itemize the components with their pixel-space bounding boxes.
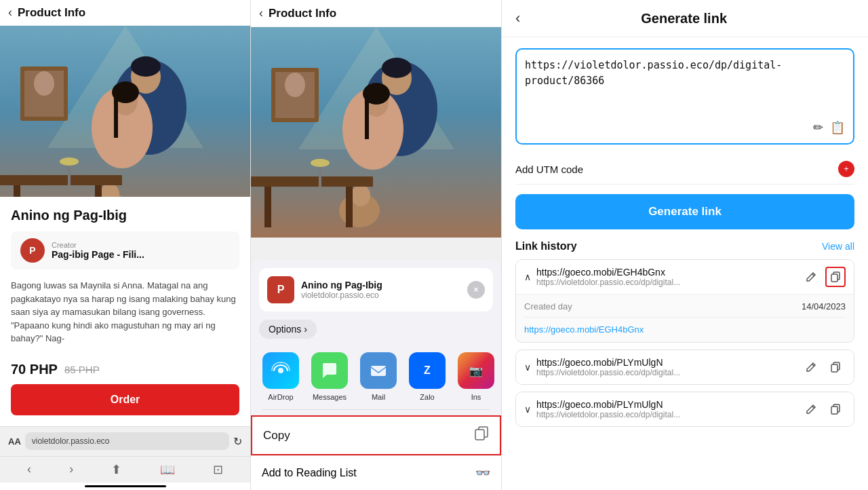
share-app-mail[interactable]: Mail — [359, 352, 397, 401]
history-link-main-3: https://goeco.mobi/PLYmUlgN — [536, 399, 795, 410]
nav-share-button[interactable]: ⬆ — [111, 462, 121, 477]
price-row: 70 PHP 85 PHP — [11, 355, 239, 384]
painting-svg: Anino ng — [0, 26, 250, 197]
history-copy-button-3[interactable] — [825, 399, 846, 419]
messages-label: Messages — [313, 393, 347, 401]
link-history-header: Link history View all — [515, 240, 854, 252]
url-input[interactable] — [525, 58, 845, 112]
mail-icon — [360, 352, 397, 389]
history-chevron-3[interactable]: ∨ — [524, 404, 531, 415]
history-link-sub-3: https://violetdolor.passio.eco/dp/digita… — [536, 410, 795, 419]
history-meta-row-1: Created day 14/04/2023 — [524, 301, 846, 312]
panel2-painting-svg — [251, 27, 502, 238]
history-item-2: ∨ https://goeco.mobi/PLYmUlgN https://vi… — [515, 350, 854, 385]
panel-generate-link: ‹ Generate link ✏ 📋 Add UTM code + Gener… — [502, 0, 868, 490]
browser-url-text: violetdolor.passio.eco — [32, 436, 110, 446]
history-item-3-header: ∨ https://goeco.mobi/PLYmUlgN https://vi… — [516, 392, 854, 426]
history-item-2-info: https://goeco.mobi/PLYmUlgN https://viol… — [536, 357, 795, 377]
panel2-header: ‹ Product Info — [251, 0, 501, 27]
share-app-zalo[interactable]: Z Zalo — [408, 352, 446, 401]
browser-navigation: ‹ › ⬆ 📖 ⊡ — [0, 456, 250, 483]
nav-back-button[interactable]: ‹ — [27, 462, 31, 477]
share-app-instagram[interactable]: 📷 Ins — [457, 352, 495, 401]
history-item-3: ∨ https://goeco.mobi/PLYmUlgN https://vi… — [515, 392, 854, 427]
edit-icon[interactable]: ✏ — [813, 120, 823, 135]
zalo-label: Zalo — [420, 393, 434, 401]
share-item-title: Anino ng Pag-Ibig — [301, 280, 460, 290]
utm-label: Add UTM code — [515, 164, 583, 175]
history-item-1: ∧ https://goeco.mobi/EGH4bGnx https://vi… — [515, 259, 854, 343]
history-chevron-2[interactable]: ∨ — [524, 362, 531, 373]
browser-bar: AA violetdolor.passio.eco ↻ — [0, 426, 250, 456]
product-details: Anino ng Pag-Ibig P Creator Pag-ibig Pag… — [0, 197, 250, 426]
product-image: Anino ng — [0, 26, 250, 197]
svg-point-41 — [278, 368, 283, 373]
share-item-preview: P Anino ng Pag-Ibig violetdolor.passio.e… — [259, 268, 493, 312]
creator-name: Pag-ibig Page - Fili... — [52, 249, 144, 260]
options-button[interactable]: Options › — [259, 320, 317, 339]
creator-avatar: P — [20, 238, 45, 263]
history-edit-button-1[interactable] — [801, 267, 821, 287]
order-button[interactable]: Order — [11, 384, 239, 415]
svg-rect-48 — [831, 364, 837, 372]
product-description: Bagong luwas sa Maynila si Anna. Matagal… — [11, 279, 239, 345]
url-input-wrapper: ✏ 📋 — [515, 48, 854, 145]
generate-link-button[interactable]: Generate link — [515, 194, 854, 229]
copy-label: Copy — [263, 429, 290, 442]
share-item-info: Anino ng Pag-Ibig violetdolor.passio.eco — [301, 280, 460, 300]
creator-box: P Creator Pag-ibig Page - Fili... — [11, 231, 239, 269]
copy-row[interactable]: Copy — [251, 415, 501, 455]
panel3-back-arrow[interactable]: ‹ — [515, 10, 520, 27]
messages-icon — [311, 352, 348, 389]
history-copy-button-1[interactable] — [825, 267, 846, 287]
creator-info: Creator Pag-ibig Page - Fili... — [52, 241, 144, 260]
history-item-2-header: ∨ https://goeco.mobi/PLYmUlgN https://vi… — [516, 350, 854, 384]
utm-toggle-button[interactable]: + — [838, 161, 854, 177]
svg-rect-50 — [831, 407, 837, 414]
history-full-link-1[interactable]: https://goeco.mobi/EGH4bGnx — [524, 324, 644, 335]
panel1-title: Product Info — [18, 6, 85, 20]
share-close-button[interactable]: × — [467, 281, 485, 299]
share-app-airdrop[interactable]: AirDrop — [262, 352, 300, 401]
history-divider-1 — [524, 317, 846, 318]
nav-bookmarks-button[interactable]: 📖 — [160, 462, 175, 477]
svg-rect-40 — [251, 27, 502, 238]
history-item-3-info: https://goeco.mobi/PLYmUlgN https://viol… — [536, 399, 795, 419]
history-copy-button-2[interactable] — [825, 357, 846, 377]
svg-rect-46 — [831, 274, 837, 282]
browser-url-bar[interactable]: violetdolor.passio.eco — [25, 432, 229, 450]
options-chevron-icon: › — [304, 324, 307, 335]
browser-font-label[interactable]: AA — [8, 436, 21, 447]
history-edit-button-3[interactable] — [801, 399, 821, 419]
history-item-1-body: Created day 14/04/2023 https://goeco.mob… — [516, 295, 854, 342]
history-created-date: 14/04/2023 — [802, 301, 846, 312]
history-item-2-actions — [801, 357, 846, 377]
reading-list-row[interactable]: Add to Reading List 👓 — [251, 455, 501, 490]
history-edit-button-2[interactable] — [801, 357, 821, 377]
url-actions: ✏ 📋 — [525, 120, 845, 135]
nav-forward-button[interactable]: › — [69, 462, 73, 477]
share-item-url: violetdolor.passio.eco — [301, 290, 460, 300]
instagram-label: Ins — [471, 393, 481, 401]
panel2-back-arrow[interactable]: ‹ — [259, 6, 263, 20]
share-product-icon: P — [267, 276, 294, 303]
painting-background: Anino ng — [0, 26, 250, 197]
history-created-label: Created day — [524, 301, 572, 312]
share-app-messages[interactable]: Messages — [311, 352, 349, 401]
instagram-icon: 📷 — [458, 352, 494, 389]
browser-reload-icon[interactable]: ↻ — [233, 435, 242, 448]
home-indicator — [85, 485, 166, 487]
history-chevron-1[interactable]: ∧ — [524, 271, 531, 282]
price-current: 70 PHP — [11, 362, 58, 377]
back-arrow-icon[interactable]: ‹ — [8, 5, 12, 20]
nav-tabs-button[interactable]: ⊡ — [213, 462, 223, 477]
view-all-link[interactable]: View all — [822, 241, 854, 252]
share-divider — [262, 409, 490, 410]
clipboard-icon[interactable]: 📋 — [830, 120, 845, 135]
history-link-sub-1: https://violetdolor.passio.eco/dp/digita… — [536, 278, 795, 287]
history-item-1-header: ∧ https://goeco.mobi/EGH4bGnx https://vi… — [516, 260, 854, 295]
panel1-header: ‹ Product Info — [0, 0, 250, 26]
price-original: 85 PHP — [64, 364, 100, 375]
svg-rect-44 — [475, 430, 484, 440]
airdrop-icon — [262, 352, 299, 389]
